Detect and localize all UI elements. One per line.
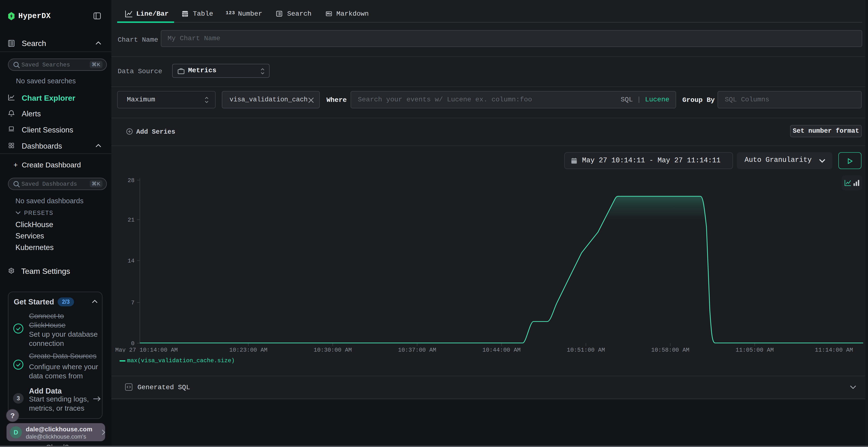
svg-text:10:37:00 AM: 10:37:00 AM [398,347,436,352]
svg-text:10:44:00 AM: 10:44:00 AM [483,347,521,352]
svg-text:11:05:00 AM: 11:05:00 AM [736,347,774,352]
svg-text:14: 14 [128,258,134,264]
svg-text:7: 7 [131,300,134,306]
svg-text:May 27 10:14:00 AM: May 27 10:14:00 AM [115,347,178,352]
svg-text:21: 21 [128,217,134,223]
svg-text:10:30:00 AM: 10:30:00 AM [314,347,352,352]
svg-text:10:58:00 AM: 10:58:00 AM [651,347,689,352]
svg-text:10:23:00 AM: 10:23:00 AM [229,347,268,352]
svg-text:11:14:00 AM: 11:14:00 AM [815,347,853,352]
svg-text:28: 28 [128,177,134,184]
svg-text:0: 0 [131,340,134,347]
svg-text:10:51:00 AM: 10:51:00 AM [567,347,605,352]
